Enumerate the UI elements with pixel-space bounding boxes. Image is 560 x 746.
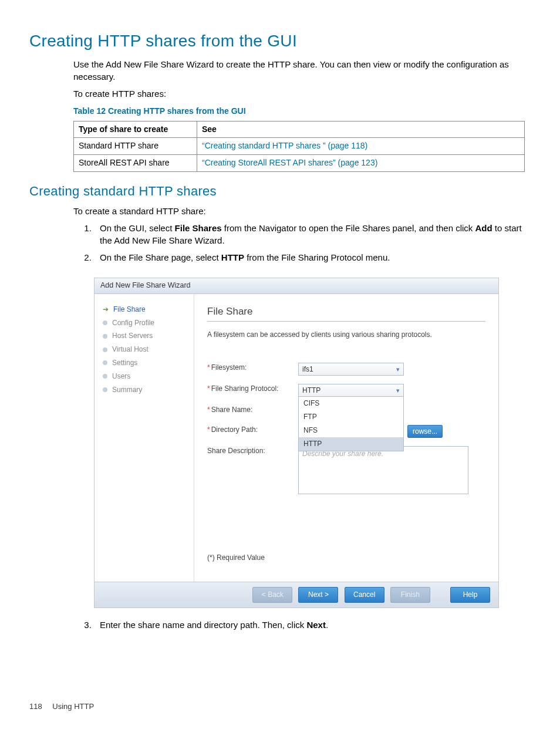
table-cell: Standard HTTP share	[74, 138, 197, 155]
table-header: See	[197, 121, 525, 138]
step-2: On the File Share page, select HTTP from…	[94, 251, 525, 264]
cancel-button[interactable]: Cancel	[345, 587, 384, 603]
footer-section: Using HTTP	[52, 702, 94, 711]
dirpath-label: Directory Path:	[211, 426, 258, 434]
filesystem-select[interactable]: ifs1 ▾	[298, 363, 404, 376]
bullet-icon	[103, 347, 107, 352]
finish-button: Finish	[390, 587, 430, 603]
protocol-select[interactable]: HTTP ▾	[298, 384, 404, 397]
table-cell-link[interactable]: “Creating standard HTTP shares ” (page 1…	[197, 138, 525, 155]
wizard-nav-item-file-share[interactable]: ➔ File Share	[103, 305, 185, 315]
table-header: Type of share to create	[74, 121, 197, 138]
section-heading: Creating standard HTTP shares	[29, 183, 525, 201]
protocol-option-ftp[interactable]: FTP	[299, 410, 403, 424]
required-note: (*) Required Value	[207, 553, 485, 563]
wizard-nav-item-config-profile[interactable]: Config Profile	[103, 318, 185, 328]
wizard-page-heading: File Share	[207, 305, 485, 319]
description-textarea[interactable]: Describe your share here.	[298, 446, 468, 494]
wizard-nav-item-summary[interactable]: Summary	[103, 385, 185, 395]
protocol-label: File Sharing Protocol:	[211, 384, 279, 393]
chevron-down-icon: ▾	[396, 365, 400, 374]
bullet-icon	[103, 334, 107, 339]
table-row: StoreAll REST API share “Creating StoreA…	[74, 154, 525, 171]
wizard-titlebar: Add New File Share Wizard	[95, 278, 498, 294]
chevron-down-icon: ▾	[396, 386, 400, 395]
filesystem-label: Filesystem:	[211, 363, 247, 372]
wizard-nav-item-virtual-host[interactable]: Virtual Host	[103, 345, 185, 355]
pre-list-text: To create HTTP shares:	[73, 87, 525, 100]
wizard-window: Add New File Share Wizard ➔ File Share C…	[94, 278, 499, 607]
intro-paragraph: Use the Add New File Share Wizard to cre…	[73, 58, 525, 83]
step-3: Enter the share name and directory path.…	[94, 619, 525, 631]
bullet-icon	[103, 374, 107, 379]
share-type-table: Type of share to create See Standard HTT…	[73, 121, 525, 172]
protocol-option-http[interactable]: HTTP	[299, 437, 403, 451]
wizard-footer: < Back Next > Cancel Finish Help	[95, 582, 498, 607]
protocol-option-cifs[interactable]: CIFS	[299, 397, 403, 410]
back-button: < Back	[252, 587, 292, 603]
bullet-icon	[103, 320, 107, 325]
wizard-nav-label: File Share	[113, 305, 146, 315]
wizard-nav-item-users[interactable]: Users	[103, 372, 185, 382]
bullet-icon	[103, 387, 107, 392]
next-button[interactable]: Next >	[298, 587, 338, 603]
protocol-option-nfs[interactable]: NFS	[299, 424, 403, 437]
table-row: Standard HTTP share “Creating standard H…	[74, 138, 525, 155]
table-cell: StoreAll REST API share	[74, 154, 197, 171]
arrow-right-icon: ➔	[103, 306, 109, 313]
wizard-nav: ➔ File Share Config Profile Host Servers…	[95, 294, 194, 582]
wizard-nav-item-settings[interactable]: Settings	[103, 358, 185, 368]
wizard-page-desc: A filesystem can be accessed by clients …	[207, 330, 485, 340]
browse-button[interactable]: rowse...	[407, 425, 443, 438]
help-button[interactable]: Help	[450, 587, 490, 603]
protocol-dropdown: CIFS FTP NFS HTTP	[298, 397, 404, 451]
table-cell-link[interactable]: “Creating StoreAll REST API shares” (pag…	[197, 154, 525, 171]
wizard-nav-item-host-servers[interactable]: Host Servers	[103, 331, 185, 341]
bullet-icon	[103, 360, 107, 365]
description-label: Share Description:	[207, 447, 265, 455]
sub-intro: To create a standard HTTP share:	[73, 205, 525, 217]
table-caption: Table 12 Creating HTTP shares from the G…	[73, 106, 525, 117]
page-number: 118	[29, 701, 42, 712]
sharename-label: Share Name:	[211, 406, 253, 414]
page-title: Creating HTTP shares from the GUI	[29, 29, 525, 52]
step-1: On the GUI, select File Shares from the …	[94, 222, 525, 247]
